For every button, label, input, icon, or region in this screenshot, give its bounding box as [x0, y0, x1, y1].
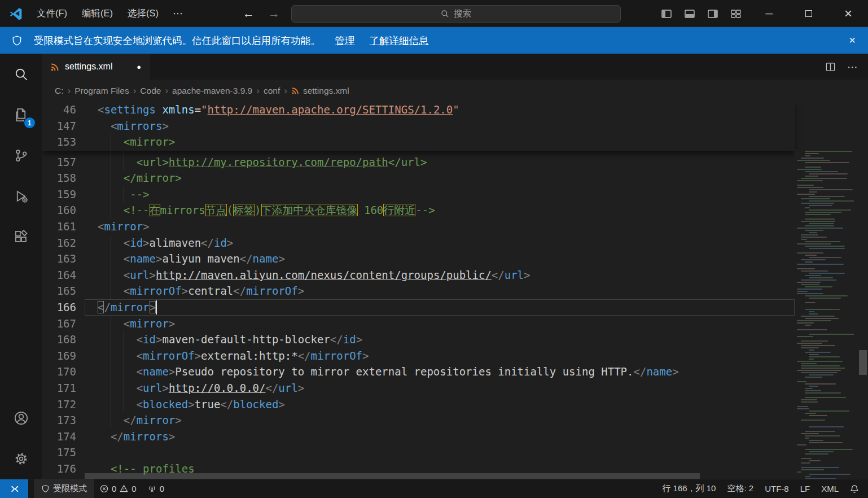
- activity-extensions[interactable]: [0, 216, 42, 257]
- minimap-line: [801, 399, 817, 400]
- minimap-line: [801, 279, 836, 281]
- minimap-line: [809, 196, 845, 197]
- activity-account[interactable]: [0, 397, 42, 438]
- minimap-line: [805, 438, 809, 439]
- code-text: <mirror>: [98, 219, 150, 235]
- banner-close-icon[interactable]: ×: [849, 34, 856, 47]
- ports-status[interactable]: 0: [142, 479, 170, 498]
- toggle-secondary-sidebar-icon[interactable]: [707, 8, 718, 19]
- minimap-line: [805, 219, 835, 220]
- problems-status[interactable]: 0 0: [94, 479, 142, 498]
- code-line[interactable]: 153 <mirror>: [42, 134, 795, 150]
- breadcrumb-item[interactable]: apache-maven-3.9.9: [172, 86, 252, 96]
- minimize-button[interactable]: ─: [749, 0, 789, 27]
- breadcrumb-item[interactable]: Program Files: [74, 86, 129, 96]
- code-line[interactable]: 160 <!--在mirrors节点(标签)下添加中央仓库镜像 160行附近--…: [42, 202, 795, 219]
- minimap-line: [809, 257, 841, 258]
- line-number: 175: [42, 444, 98, 461]
- code-line[interactable]: 170 <name>Pseudo repository to mirror ex…: [42, 364, 795, 380]
- menu-selection[interactable]: 选择(S): [120, 4, 166, 23]
- code-line[interactable]: 46<settings xmlns="http://maven.apache.o…: [42, 102, 795, 118]
- nav-forward-icon[interactable]: →: [268, 7, 280, 20]
- toggle-sidebar-icon[interactable]: [661, 8, 672, 19]
- sticky-scroll[interactable]: 46<settings xmlns="http://maven.apache.o…: [42, 102, 795, 151]
- minimap[interactable]: [795, 150, 858, 479]
- minimap-line: [801, 221, 835, 222]
- menu-file[interactable]: 文件(F): [29, 4, 74, 23]
- restricted-mode-status[interactable]: 受限模式: [34, 479, 94, 498]
- minimap-line: [805, 167, 821, 168]
- toggle-panel-icon[interactable]: [684, 8, 695, 19]
- minimap-line: [809, 440, 823, 441]
- breadcrumb-item[interactable]: conf: [264, 86, 280, 96]
- language-mode-status[interactable]: XML: [816, 479, 844, 498]
- cursor-position-status[interactable]: 行 166，列 10: [656, 479, 721, 498]
- code-line[interactable]: 158 </mirror>: [42, 170, 795, 186]
- remote-indicator[interactable]: [0, 479, 28, 498]
- activity-run-debug[interactable]: [0, 176, 42, 216]
- banner-manage-link[interactable]: 管理: [335, 34, 355, 47]
- code-line[interactable]: 163 <name>aliyun maven</name>: [42, 251, 795, 267]
- minimap-line: [797, 291, 808, 292]
- breadcrumb-item[interactable]: C:: [55, 86, 64, 96]
- code-line[interactable]: 174 </mirrors>: [42, 429, 795, 445]
- code-line[interactable]: 165 <mirrorOf>central</mirrorOf>: [42, 283, 795, 299]
- code-line[interactable]: 172 <blocked>true</blocked>: [42, 396, 795, 413]
- code-line[interactable]: 161<mirror>: [42, 219, 795, 235]
- minimap-line: [797, 160, 830, 161]
- minimap-line: [809, 410, 849, 412]
- encoding-status[interactable]: UTF-8: [759, 479, 795, 498]
- customize-layout-icon[interactable]: [730, 8, 742, 19]
- code-line[interactable]: 147 <mirrors>: [42, 118, 795, 134]
- maximize-button[interactable]: [789, 0, 828, 27]
- breadcrumb-item[interactable]: Code: [140, 86, 161, 96]
- minimap-line: [801, 368, 845, 369]
- menu-edit[interactable]: 编辑(E): [74, 4, 120, 23]
- editor-more-actions-icon[interactable]: ⋯: [847, 60, 858, 73]
- minimap-line: [805, 325, 811, 326]
- scrollbar-slider[interactable]: [859, 350, 867, 375]
- code-line[interactable]: 175: [42, 444, 795, 461]
- minimap-line: [809, 415, 827, 416]
- activity-settings-gear[interactable]: [0, 438, 42, 479]
- minimap-line: [801, 345, 835, 346]
- vertical-scrollbar[interactable]: [858, 150, 868, 479]
- title-bar: 文件(F) 编辑(E) 选择(S) ⋯ ← → 搜索 ─ ×: [0, 0, 868, 27]
- code-line[interactable]: 167 <mirror>: [42, 316, 795, 332]
- eol-status[interactable]: LF: [795, 479, 816, 498]
- code-line[interactable]: 166</mirror>: [42, 299, 795, 316]
- banner-learn-more-link[interactable]: 了解详细信息: [370, 34, 429, 47]
- code-line[interactable]: 173 </mirror>: [42, 412, 795, 429]
- horizontal-scrollbar[interactable]: [85, 473, 700, 479]
- tab-settings-xml[interactable]: settings.xml ●: [42, 54, 150, 80]
- split-editor-icon[interactable]: [825, 62, 836, 72]
- activity-source-control[interactable]: [0, 135, 42, 176]
- activity-search[interactable]: [0, 54, 42, 94]
- minimap-line: [801, 259, 826, 260]
- code-line[interactable]: 168 <id>maven-default-http-blocker</id>: [42, 331, 795, 348]
- code-line[interactable]: 157 <url>http://my.repository.com/repo/p…: [42, 154, 795, 171]
- code-line[interactable]: 164 <url>http://maven.aliyun.com/nexus/c…: [42, 267, 795, 283]
- menu-more-icon[interactable]: ⋯: [166, 4, 190, 23]
- minimap-line: [805, 153, 819, 154]
- code-line[interactable]: 159 -->: [42, 186, 795, 203]
- activity-explorer[interactable]: 1: [0, 94, 42, 135]
- nav-back-icon[interactable]: ←: [243, 7, 255, 20]
- minimap-line: [805, 255, 817, 256]
- minimap-line: [805, 397, 846, 398]
- code-line[interactable]: 169 <mirrorOf>external:http:*</mirrorOf>: [42, 348, 795, 364]
- minimap-line: [801, 234, 818, 235]
- minimap-line: [805, 241, 840, 242]
- breadcrumb-item-file[interactable]: settings.xml: [303, 86, 349, 96]
- code-line[interactable]: 171 <url>http://0.0.0.0/</url>: [42, 380, 795, 396]
- minimap-line: [805, 171, 838, 172]
- code-line[interactable]: 162 <id>alimaven</id>: [42, 235, 795, 251]
- indentation-status[interactable]: 空格: 2: [721, 479, 759, 498]
- notifications-bell-icon[interactable]: [844, 479, 865, 498]
- vscode-logo-icon: [9, 7, 23, 20]
- code-editor[interactable]: 156 <name>Human Readable Name for this M…: [42, 102, 868, 479]
- minimap-line: [809, 442, 843, 443]
- tab-modified-dot-icon[interactable]: ●: [137, 63, 141, 71]
- command-center-search[interactable]: 搜索: [291, 5, 621, 23]
- close-window-button[interactable]: ×: [828, 0, 868, 27]
